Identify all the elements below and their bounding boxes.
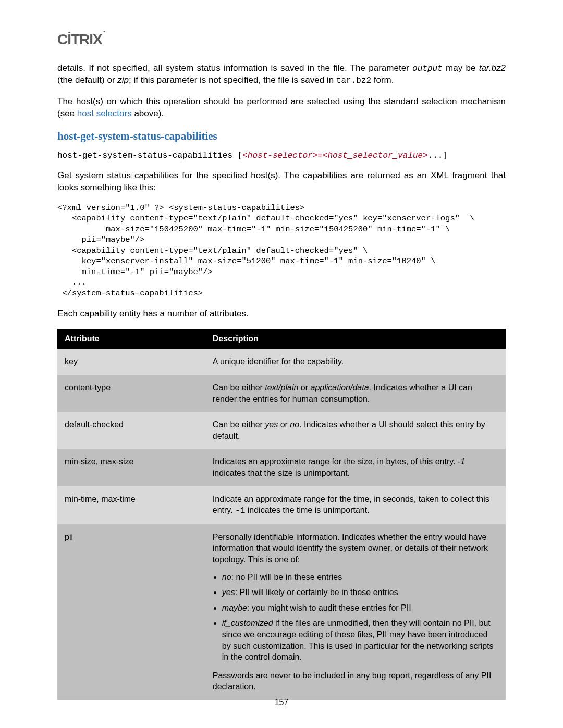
desc-cell: Indicates an approximate range for the s… (205, 449, 506, 486)
equals: = (317, 151, 323, 161)
pii-footnote: Passwords are never to be included in an… (213, 670, 498, 693)
text: details. If not specified, all system st… (57, 63, 412, 73)
page-container: CİTRIX˙ details. If not specified, all s… (0, 0, 563, 728)
text: : you might wish to audit these entries … (247, 603, 411, 612)
header-description: Description (205, 329, 506, 349)
page-number: 157 (0, 698, 563, 707)
pii-options-list: no: no PII will be in these entries yes:… (213, 572, 498, 663)
list-item: if_customized if the files are unmodifie… (222, 618, 498, 662)
attributes-table: Attribute Description key A unique ident… (57, 329, 506, 699)
command-syntax: host-get-system-status-capabilities [<ho… (57, 151, 506, 161)
header-attribute: Attribute (57, 329, 205, 349)
text: may be (443, 63, 479, 73)
value-zip: zip (117, 75, 129, 85)
list-item: yes: PII will likely or certainly be in … (222, 587, 498, 598)
attr-cell: key (57, 349, 205, 375)
host-selector-param: <host-selector> (242, 151, 317, 161)
value-neg1-mono: -1 (235, 506, 245, 515)
value-tarbz2: tar.bz2 (479, 63, 506, 73)
text: Can be either (213, 383, 265, 392)
text: Indicates an approximate range for the s… (213, 457, 458, 466)
value-no: no (290, 420, 299, 429)
desc-cell: A unique identifier for the capability. (205, 349, 506, 375)
text: above). (132, 108, 164, 118)
table-row: min-time, max-time Indicate an approxima… (57, 486, 506, 524)
pii-ifcustomized: if_customized (222, 619, 273, 627)
attr-cell: min-size, max-size (57, 449, 205, 486)
bracket-open: [ (232, 151, 242, 161)
text: indicates the time is unimportant. (245, 505, 369, 514)
host-selectors-link[interactable]: host selectors (77, 108, 132, 118)
cmd-name: host-get-system-status-capabilities (57, 151, 232, 161)
table-row: default-checked Can be either yes or no.… (57, 412, 506, 449)
intro-paragraph-1: details. If not specified, all system st… (57, 63, 506, 87)
intro-paragraph-2: The host(s) on which this operation shou… (57, 96, 506, 119)
section-heading: host-get-system-status-capabilities (57, 130, 506, 143)
desc-cell: Can be either text/plain or application/… (205, 375, 506, 412)
logo-text: CİTRIX (57, 31, 102, 48)
text: (the default) or (57, 75, 117, 85)
attr-cell: default-checked (57, 412, 205, 449)
description-paragraph: Get system status capabilities for the s… (57, 170, 506, 193)
pii-maybe: maybe (222, 603, 247, 612)
text: or (298, 383, 310, 392)
table-row: content-type Can be either text/plain or… (57, 375, 506, 412)
value-appdata: application/data (310, 383, 369, 392)
text: form. (371, 75, 394, 85)
attr-cell: pii (57, 524, 205, 700)
bracket-close: ...] (428, 151, 448, 161)
logo-trademark: ˙ (103, 30, 106, 41)
desc-cell: Indicate an approximate range for the ti… (205, 486, 506, 524)
text: or (278, 420, 290, 429)
desc-cell: Personally identifiable information. Ind… (205, 524, 506, 700)
pii-no: no (222, 573, 231, 582)
text: ; if this parameter is not specified, th… (129, 75, 336, 85)
host-selector-value-param: <host_selector_value> (323, 151, 428, 161)
table-header-row: Attribute Description (57, 329, 506, 349)
param-output: output (412, 64, 443, 73)
list-item: no: no PII will be in these entries (222, 572, 498, 583)
pii-yes: yes (222, 588, 235, 597)
table-row: pii Personally identifiable information.… (57, 524, 506, 700)
text: Can be either (213, 420, 265, 429)
pii-intro: Personally identifiable information. Ind… (213, 532, 498, 565)
citrix-logo: CİTRIX˙ (57, 31, 506, 48)
value-textplain: text/plain (265, 383, 298, 392)
list-item: maybe: you might wish to audit these ent… (222, 602, 498, 614)
attr-cell: min-time, max-time (57, 486, 205, 524)
value-tarbz2-mono: tar.bz2 (336, 76, 371, 85)
text: indicates that the size is unimportant. (213, 468, 350, 477)
attributes-intro: Each capability entity has a number of a… (57, 308, 506, 319)
text: : no PII will be in these entries (231, 573, 342, 582)
desc-cell: Can be either yes or no. Indicates wheth… (205, 412, 506, 449)
value-yes: yes (265, 420, 278, 429)
attr-cell: content-type (57, 375, 205, 412)
table-row: min-size, max-size Indicates an approxim… (57, 449, 506, 486)
table-row: key A unique identifier for the capabili… (57, 349, 506, 375)
xml-code-block: <?xml version="1.0" ?> <system-status-ca… (57, 203, 506, 299)
text: : PII will likely or certainly be in the… (235, 588, 398, 597)
value-neg1: -1 (458, 457, 465, 466)
